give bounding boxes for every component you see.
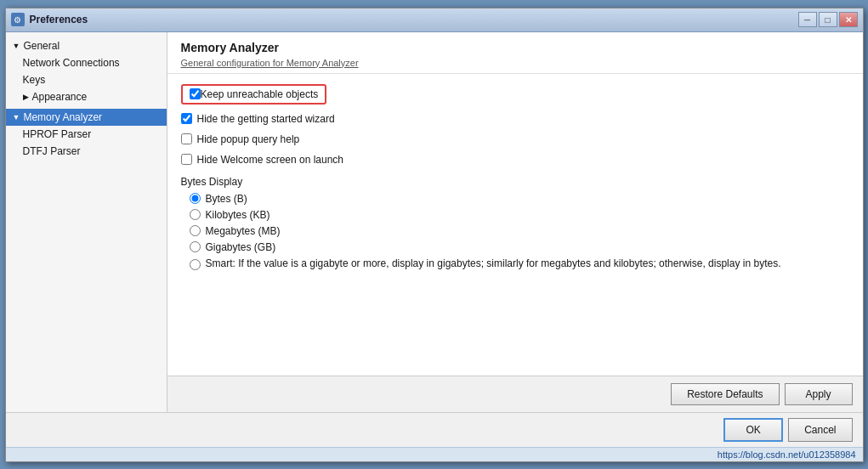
checkbox-hide-welcome-row: Hide Welcome screen on launch (181, 152, 849, 167)
sidebar-label-general: General (23, 40, 60, 52)
sidebar-item-appearance[interactable]: ▶ Appearance (6, 88, 167, 105)
label-keep-unreachable: Keep unreachable objects (201, 88, 319, 100)
bottom-bar: Restore Defaults Apply (167, 376, 863, 412)
sidebar-label-keys: Keys (23, 74, 46, 86)
checkbox-hide-popup-row: Hide popup query help (181, 132, 849, 147)
main-header: Memory Analyzer General configuration fo… (167, 32, 863, 74)
bytes-display-label: Bytes Display (181, 176, 849, 188)
label-hide-popup: Hide popup query help (197, 133, 300, 145)
main-content: Keep unreachable objects Hide the gettin… (167, 74, 863, 376)
radio-kilobytes-row: Kilobytes (KB) (190, 209, 849, 221)
title-bar-buttons: ─ □ ✕ (798, 12, 858, 27)
sidebar: ▼ General Network Connections Keys ▶ App… (6, 32, 167, 412)
label-megabytes: Megabytes (MB) (206, 225, 281, 237)
sidebar-item-network-connections[interactable]: Network Connections (6, 54, 167, 71)
ok-button[interactable]: OK (723, 418, 783, 442)
sidebar-item-memory-analyzer[interactable]: ▼ Memory Analyzer (6, 109, 167, 126)
restore-defaults-button[interactable]: Restore Defaults (671, 383, 779, 405)
main-panel: Memory Analyzer General configuration fo… (167, 32, 863, 412)
content-area: ▼ General Network Connections Keys ▶ App… (6, 32, 863, 412)
label-gigabytes: Gigabytes (GB) (206, 241, 276, 253)
sidebar-label-dtfj-parser: DTFJ Parser (23, 145, 81, 157)
minimize-button[interactable]: ─ (798, 12, 817, 27)
checkbox-hide-welcome[interactable] (181, 154, 192, 165)
sidebar-label-appearance: Appearance (32, 91, 88, 103)
sidebar-label-hprof-parser: HPROF Parser (23, 128, 92, 140)
checkbox-keep-unreachable[interactable] (190, 88, 201, 99)
radio-smart-row: Smart: If the value is a gigabyte or mor… (190, 257, 849, 270)
expand-icon-general: ▼ (13, 42, 20, 50)
radio-bytes-row: Bytes (B) (190, 193, 849, 205)
expand-icon-memory-analyzer: ▼ (13, 113, 20, 121)
preferences-window: ⚙ Preferences ─ □ ✕ ▼ General Network Co… (5, 8, 864, 462)
status-bar: https://blog.csdn.net/u012358984 (6, 447, 863, 461)
window-icon: ⚙ (11, 13, 25, 26)
label-smart: Smart: If the value is a gigabyte or mor… (206, 257, 781, 269)
ok-cancel-bar: OK Cancel (6, 412, 863, 447)
status-url: https://blog.csdn.net/u012358984 (718, 449, 856, 460)
sidebar-section-memory-analyzer: ▼ Memory Analyzer HPROF Parser DTFJ Pars… (6, 107, 167, 161)
checkbox-hide-wizard-row: Hide the getting started wizard (181, 111, 849, 127)
radio-gigabytes[interactable] (190, 241, 201, 252)
title-bar: ⚙ Preferences ─ □ ✕ (6, 8, 863, 32)
sidebar-item-general[interactable]: ▼ General (6, 37, 167, 54)
radio-smart[interactable] (190, 259, 201, 270)
bytes-display-options: Bytes (B) Kilobytes (KB) Megabytes (MB) … (181, 193, 849, 270)
expand-icon-appearance: ▶ (23, 93, 29, 101)
window-title: Preferences (30, 14, 798, 25)
radio-megabytes-row: Megabytes (MB) (190, 225, 849, 237)
label-hide-wizard: Hide the getting started wizard (197, 113, 335, 125)
close-button[interactable]: ✕ (839, 12, 858, 27)
main-title: Memory Analyzer (181, 41, 849, 54)
label-kilobytes: Kilobytes (KB) (206, 209, 270, 221)
label-hide-welcome: Hide Welcome screen on launch (197, 154, 344, 166)
sidebar-item-keys[interactable]: Keys (6, 71, 167, 88)
sidebar-label-network-connections: Network Connections (23, 57, 120, 69)
checkbox-hide-popup[interactable] (181, 133, 192, 144)
cancel-button[interactable]: Cancel (788, 418, 852, 442)
radio-bytes[interactable] (190, 193, 201, 204)
sidebar-label-memory-analyzer: Memory Analyzer (23, 111, 102, 123)
radio-megabytes[interactable] (190, 225, 201, 236)
apply-button[interactable]: Apply (785, 383, 853, 405)
maximize-button[interactable]: □ (819, 12, 837, 27)
sidebar-item-hprof-parser[interactable]: HPROF Parser (6, 126, 167, 143)
sidebar-item-dtfj-parser[interactable]: DTFJ Parser (6, 143, 167, 160)
sidebar-section-general: ▼ General Network Connections Keys ▶ App… (6, 36, 167, 107)
label-bytes: Bytes (B) (206, 193, 247, 205)
radio-gigabytes-row: Gigabytes (GB) (190, 241, 849, 253)
checkbox-hide-wizard[interactable] (181, 113, 192, 124)
main-subtitle: General configuration for Memory Analyze… (181, 58, 849, 68)
radio-kilobytes[interactable] (190, 209, 201, 220)
checkbox-keep-unreachable-container: Keep unreachable objects (181, 84, 327, 105)
